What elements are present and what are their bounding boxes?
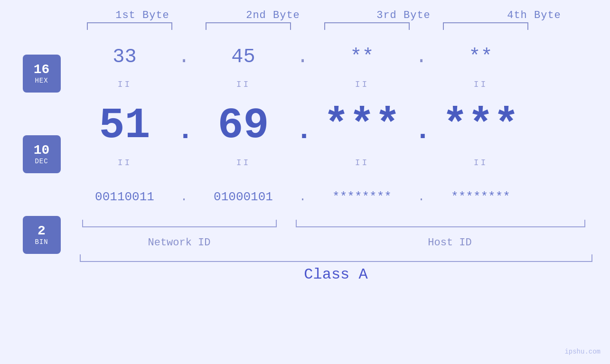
hex-cell-3: ** [310,46,414,68]
watermark: ipshu.com [564,348,601,355]
dec-dot-3: . [414,114,429,147]
badge-bin-label: BIN [35,238,48,246]
badge-dec-label: DEC [35,158,48,165]
equals-cell-3b: II [310,158,414,168]
bracket-cell-3 [315,21,419,31]
bracket-top-1 [87,22,172,30]
labels-row: Network ID Host ID [73,237,600,249]
hex-dot-3: . [414,46,429,68]
equals-row-2: II II II II [73,154,600,171]
bin-row: 00110011 . 01000101 . ******** . *******… [73,178,600,216]
data-area: 33 . 45 . ** . ** II II [73,36,600,283]
bin-cell-1: 00110011 [73,190,177,204]
hex-value-2: 45 [231,46,255,68]
bracket-cell-1 [77,21,182,31]
bin-value-1: 00110011 [95,190,154,204]
badge-hex-number: 16 [34,63,50,77]
badge-dec: 10 DEC [23,135,61,173]
badges-column: 16 HEX 10 DEC 2 BIN [11,36,73,254]
byte-label-2: 2nd Byte [221,9,325,21]
equals-cell-4a: II [429,80,533,89]
badge-dec-number: 10 [34,143,50,158]
equals-cell-2b: II [191,158,296,168]
top-brackets-row [77,21,600,31]
class-section: Class A [73,254,600,283]
dec-value-1: 51 [99,102,150,150]
dec-row: 51 . 69 . *** . *** [73,97,600,154]
hex-cell-4: ** [429,46,533,68]
bin-dot-1: . [177,190,191,204]
byte-label-1: 1st Byte [90,9,195,21]
bin-cell-3: ******** [310,190,414,204]
equals-cell-4b: II [429,158,533,168]
equals-cell-1b: II [73,158,177,168]
dec-cell-3: *** [310,102,414,150]
hex-row: 33 . 45 . ** . ** [73,38,600,76]
bin-value-2: 01000101 [214,190,273,204]
badge-bin: 2 BIN [23,216,61,254]
network-id-bracket [82,220,277,227]
badge-hex: 16 HEX [23,55,61,93]
byte-labels-row: 1st Byte 2nd Byte 3rd Byte 4th Byte [77,9,600,21]
equals-cell-2a: II [191,80,296,89]
dec-dot-1: . [177,114,191,147]
bin-cell-4: ******** [429,190,533,204]
dec-value-4: *** [442,102,519,150]
hex-value-1: 33 [113,46,136,68]
dec-value-2: 69 [217,102,269,150]
bracket-top-3 [324,22,410,30]
network-id-label: Network ID [73,237,286,249]
dec-cell-2: 69 [191,102,296,150]
bin-dot-2: . [296,190,310,204]
hex-value-3: ** [350,46,374,68]
bracket-top-2 [206,22,291,30]
bin-value-3: ******** [332,190,392,204]
bottom-brackets-container [73,220,600,234]
dec-cell-1: 51 [73,102,177,150]
class-label: Class A [304,266,367,283]
badge-hex-label: HEX [35,77,48,84]
hex-cell-1: 33 [73,46,177,68]
equals-row-1: II II II II [73,76,600,93]
byte-label-3: 3rd Byte [351,9,456,21]
dec-value-3: *** [323,102,400,150]
host-id-label: Host ID [300,237,600,249]
badge-bin-number: 2 [38,224,46,239]
host-id-bracket [296,220,585,227]
equals-cell-1a: II [73,80,177,89]
bin-value-4: ******** [451,190,510,204]
bracket-cell-2 [196,21,300,31]
main-container: 1st Byte 2nd Byte 3rd Byte 4th Byte 16 H… [0,0,610,364]
hex-dot-2: . [296,46,310,68]
equals-cell-3a: II [310,80,414,89]
bracket-cell-4 [433,21,538,31]
hex-dot-1: . [177,46,191,68]
bin-cell-2: 01000101 [191,190,296,204]
bin-dot-3: . [414,190,429,204]
content-area: 16 HEX 10 DEC 2 BIN 33 . 45 [11,36,600,283]
dec-dot-2: . [296,114,310,147]
hex-cell-2: 45 [191,46,296,68]
bracket-top-4 [443,22,528,30]
class-bracket [80,254,592,262]
dec-cell-4: *** [429,102,533,150]
hex-value-4: ** [469,46,492,68]
byte-label-4: 4th Byte [482,9,586,21]
